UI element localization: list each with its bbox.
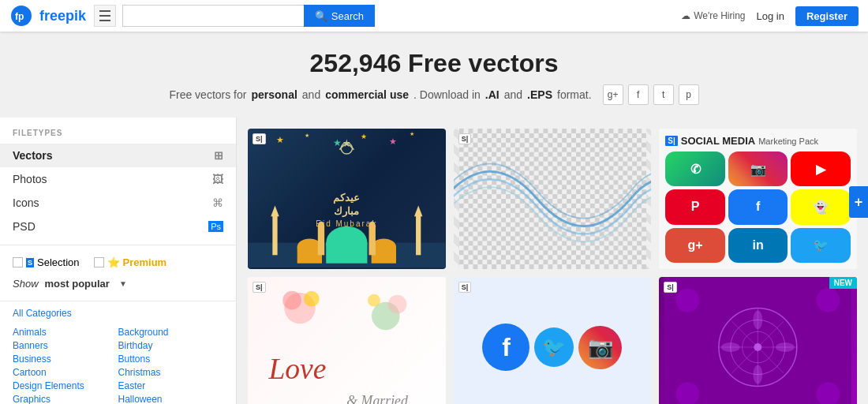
category-halloween[interactable]: Halloween (118, 394, 224, 404)
search-button[interactable]: 🔍 Search (304, 5, 375, 27)
svg-point-44 (817, 289, 840, 312)
freepik-logo-icon: fp (9, 4, 33, 28)
selection-label: Selection (37, 256, 79, 268)
hero-title: 252,946 Free vectors (0, 49, 868, 78)
photos-label: Photos (13, 173, 47, 185)
svg-rect-21 (272, 214, 277, 255)
eid-stars-svg: ★ ★ ★ ★ ★ ★ (248, 129, 446, 192)
snapchat-icon: 👻 (791, 189, 851, 224)
card5-image: f 🐦 📷 (454, 277, 652, 404)
twitter-icon[interactable]: t (653, 84, 674, 105)
new-badge: NEW (829, 277, 857, 289)
purple-background: NEW (659, 277, 857, 404)
svg-text:Love: Love (268, 353, 326, 385)
login-link[interactable]: Log in (757, 10, 784, 22)
instagram-circle-icon: 📷 (578, 326, 622, 369)
purple-pattern-svg (659, 277, 857, 404)
linkedin-icon: in (728, 228, 788, 263)
cloud-icon: ☁ (681, 10, 690, 21)
facebook-icon[interactable]: f (628, 84, 649, 105)
hamburger-button[interactable] (94, 5, 116, 27)
category-banners[interactable]: Banners (13, 340, 118, 351)
subtitle-and2: and (504, 88, 522, 101)
card-eid-mubarak[interactable]: ★ ★ ★ ★ ★ ★ عيدكممبارك Eid Mubarak (248, 129, 446, 269)
category-animals[interactable]: Animals (13, 327, 118, 338)
s-icon: S (26, 258, 34, 267)
card-wave-abstract[interactable]: S| (454, 129, 652, 269)
filetype-vectors[interactable]: Vectors ⊞ (0, 144, 236, 167)
svg-point-49 (721, 342, 740, 352)
svg-text:★: ★ (389, 137, 397, 146)
svg-point-50 (776, 342, 795, 352)
svg-point-42 (754, 343, 762, 351)
selection-checkbox[interactable] (13, 257, 23, 267)
svg-text:★: ★ (276, 135, 284, 144)
category-christmas[interactable]: Christmas (118, 367, 224, 378)
all-categories-link[interactable]: All Categories (0, 308, 236, 322)
card-fb-social[interactable]: f 🐦 📷 S| (454, 277, 652, 404)
premium-checkbox-label[interactable]: ⭐ Premium (94, 256, 167, 268)
floating-add-button[interactable]: + (849, 186, 868, 218)
social-apps-grid: ✆ 📷 ▶ P f 👻 g+ in 🐦 (665, 152, 851, 263)
card-social-media[interactable]: S| SOCIAL MEDIA Marketing Pack ✆ 📷 ▶ P f… (659, 129, 857, 269)
eid-subtitle: Eid Mubarak (316, 219, 377, 228)
hiring-text: We're Hiring (694, 10, 745, 21)
premium-star-icon: ⭐ (107, 256, 120, 268)
svg-text:★: ★ (361, 133, 367, 140)
sidebar: FILETYPES Vectors ⊞ Photos 🖼 Icons ⌘ PSD… (0, 118, 237, 404)
social-media-subtitle: Marketing Pack (758, 137, 818, 146)
svg-point-48 (754, 365, 763, 384)
search-icon: 🔍 (315, 10, 327, 22)
sort-dropdown-row[interactable]: Show most popular ▼ (0, 273, 236, 294)
hiring-link[interactable]: ☁ We're Hiring (681, 10, 745, 21)
dropdown-arrow-icon: ▼ (119, 279, 127, 288)
register-button[interactable]: Register (795, 6, 859, 26)
divider2 (0, 301, 236, 301)
category-graphics[interactable]: Graphics (13, 394, 118, 404)
svg-point-47 (754, 311, 763, 330)
vectors-icon: ⊞ (214, 149, 223, 162)
category-business[interactable]: Business (13, 354, 118, 365)
search-input[interactable] (122, 5, 304, 27)
svg-text:★: ★ (333, 137, 342, 148)
hamburger-line (99, 10, 110, 12)
filetypes-label: FILETYPES (0, 129, 236, 144)
google-plus-icon[interactable]: g+ (603, 84, 623, 105)
psd-icon: Ps (208, 221, 223, 232)
subtitle-personal: personal (251, 88, 297, 101)
wave-background (454, 129, 652, 269)
pinterest-icon[interactable]: p (679, 84, 699, 105)
content-grid: ★ ★ ★ ★ ★ ★ عيدكممبارك Eid Mubarak (237, 118, 868, 404)
fb-circle-icon: f (482, 324, 529, 371)
s-watermark-badge4: S| (253, 282, 266, 293)
card-love-married[interactable]: Love & Married S| (248, 277, 446, 404)
filetype-icons[interactable]: Icons ⌘ (0, 191, 236, 215)
categories-grid: Animals Banners Business Cartoon Design … (0, 322, 236, 404)
premium-checkbox[interactable] (94, 257, 104, 267)
social-icons: g+ f t p (603, 84, 699, 105)
category-cartoon[interactable]: Cartoon (13, 367, 118, 378)
svg-text:★: ★ (305, 133, 309, 139)
filetype-photos[interactable]: Photos 🖼 (0, 167, 236, 191)
svg-text:& Married: & Married (346, 393, 408, 404)
selection-checkbox-label[interactable]: S Selection (13, 256, 80, 268)
category-buttons[interactable]: Buttons (118, 354, 224, 365)
svg-point-31 (282, 291, 301, 310)
google-plus-app-icon: g+ (665, 228, 725, 263)
svg-rect-12 (326, 243, 367, 264)
svg-marker-22 (271, 206, 279, 217)
love-background: Love & Married (248, 277, 446, 404)
category-easter[interactable]: Easter (118, 380, 224, 391)
category-background[interactable]: Background (118, 327, 224, 338)
social-media-bold-label: SOCIAL MEDIA (681, 135, 755, 147)
card3-image: S| SOCIAL MEDIA Marketing Pack ✆ 📷 ▶ P f… (659, 129, 857, 269)
category-design-elements[interactable]: Design Elements (13, 380, 118, 391)
filetype-psd[interactable]: PSD Ps (0, 215, 236, 238)
hero-subtitle: Free vectors for personal and commercial… (0, 84, 868, 105)
card-purple-pattern[interactable]: NEW S| (659, 277, 857, 404)
eid-background: ★ ★ ★ ★ ★ ★ عيدكممبارك Eid Mubarak (248, 129, 446, 269)
subtitle-download: . Download in (413, 88, 481, 101)
card4-image: Love & Married (248, 277, 446, 404)
vectors-label: Vectors (13, 149, 53, 162)
category-birthday[interactable]: Birthday (118, 340, 224, 351)
